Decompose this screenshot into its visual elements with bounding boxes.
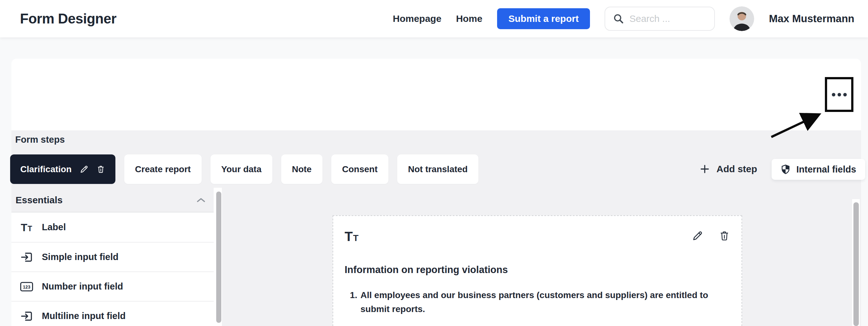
palette-item-multiline-input[interactable]: Multiline input field: [11, 301, 214, 326]
form-steps-row: Clarification Create report Your data No…: [10, 154, 478, 184]
nav-item-home[interactable]: Home: [456, 13, 482, 24]
palette-scrollbar-thumb[interactable]: [216, 191, 221, 323]
palette-item-label[interactable]: TT Label: [11, 212, 214, 242]
list-item-text: All employees and our business partners …: [361, 288, 722, 316]
add-step-label: Add step: [716, 164, 757, 174]
form-settings-panel: [11, 59, 861, 130]
search-box[interactable]: [604, 7, 715, 31]
step-tab-consent[interactable]: Consent: [331, 154, 389, 184]
step-tab-your-data[interactable]: Your data: [211, 154, 272, 184]
chevron-up-icon[interactable]: [196, 198, 206, 203]
search-input[interactable]: [629, 13, 708, 24]
step-tab-create-report[interactable]: Create report: [124, 154, 202, 184]
list-item: 1. All employees and our business partne…: [345, 288, 722, 316]
text-icon: TT: [345, 230, 359, 243]
header: Form Designer Homepage Home Submit a rep…: [0, 0, 868, 37]
number-123-icon: 123: [19, 281, 34, 292]
user-name[interactable]: Max Mustermann: [769, 13, 855, 25]
input-icon: [19, 311, 34, 322]
step-label: Clarification: [20, 164, 72, 174]
form-steps-label: Form steps: [15, 135, 65, 145]
header-right-cluster: Homepage Home Submit a report Max: [393, 6, 855, 31]
palette-item-simple-input[interactable]: Simple input field: [11, 242, 214, 271]
palette-list: TT Label Simple input field 123 Number i…: [11, 212, 214, 326]
internal-fields-label: Internal fields: [796, 164, 856, 175]
step-tab-note[interactable]: Note: [281, 154, 322, 184]
palette-item-number-input[interactable]: 123 Number input field: [11, 271, 214, 301]
pencil-icon[interactable]: [79, 165, 89, 174]
ellipsis-icon: [832, 93, 835, 96]
canvas-scrollbar-thumb[interactable]: [854, 202, 859, 326]
pencil-icon[interactable]: [691, 230, 704, 242]
palette-section-essentials[interactable]: Essentials: [11, 188, 214, 212]
nav-item-homepage[interactable]: Homepage: [393, 13, 441, 24]
input-icon: [19, 252, 34, 263]
trash-icon[interactable]: [96, 165, 105, 174]
svg-text:123: 123: [23, 284, 30, 289]
internal-fields-button[interactable]: Internal fields: [772, 159, 865, 180]
block-heading: Information on reporting violations: [345, 264, 730, 275]
add-step-button[interactable]: Add step: [699, 158, 757, 179]
annotation-highlight-box: [825, 77, 854, 112]
essentials-label: Essentials: [16, 195, 62, 206]
block-list: 1. All employees and our business partne…: [345, 288, 730, 316]
page-title: Form Designer: [20, 11, 116, 27]
shield-icon: [780, 164, 790, 174]
canvas-block-label: TT Information on reporting violations 1…: [333, 215, 742, 326]
user-avatar[interactable]: [730, 6, 754, 31]
step-tab-not-translated[interactable]: Not translated: [397, 154, 478, 184]
step-tab-clarification[interactable]: Clarification: [10, 154, 115, 184]
trash-icon[interactable]: [719, 230, 730, 242]
more-button[interactable]: [832, 93, 847, 96]
list-item-number: 1.: [345, 288, 357, 316]
text-icon: TT: [19, 222, 34, 233]
submit-report-button[interactable]: Submit a report: [497, 8, 590, 29]
search-icon: [613, 13, 624, 24]
plus-icon: [699, 164, 710, 174]
